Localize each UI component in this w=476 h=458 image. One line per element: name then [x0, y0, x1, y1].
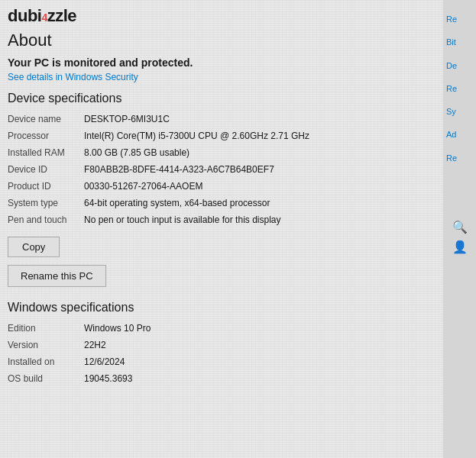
right-panel-item-3[interactable]: De: [443, 54, 476, 77]
spec-value-installed-on: 12/6/2024: [84, 356, 436, 367]
spec-row-ram: Installed RAM 8.00 GB (7.85 GB usable): [8, 147, 436, 160]
user-icon[interactable]: 👤: [452, 238, 468, 255]
spec-label-system-type: System type: [8, 197, 84, 208]
windows-specs-title: Windows specifications: [8, 301, 436, 314]
spec-label-device-name: Device name: [8, 113, 84, 124]
spec-label-processor: Processor: [8, 130, 84, 141]
spec-row-version: Version 22H2: [8, 339, 436, 353]
spec-label-pen-touch: Pen and touch: [8, 214, 84, 225]
logo-area: dubi4zzle: [8, 0, 436, 29]
windows-specs-section: Windows specifications Edition Windows 1…: [8, 301, 436, 386]
right-panel-item-5[interactable]: Sy: [443, 100, 476, 123]
spec-label-os-build: OS build: [8, 373, 84, 384]
spec-label-edition: Edition: [8, 322, 84, 334]
spec-label-ram: Installed RAM: [8, 147, 84, 158]
right-panel: Re Bit De Re Sy Ad Re 🔍 👤: [443, 0, 476, 458]
copy-button[interactable]: Copy: [8, 237, 60, 257]
search-icon[interactable]: 🔍: [452, 218, 468, 235]
spec-value-device-id: F80ABB2B-8DFE-4414-A323-A6C7B64B0EF7: [84, 163, 436, 175]
spec-value-os-build: 19045.3693: [84, 373, 436, 384]
spec-value-system-type: 64-bit operating system, x64-based proce…: [84, 197, 436, 208]
spec-row-installed-on: Installed on 12/6/2024: [8, 356, 436, 369]
spec-value-version: 22H2: [84, 339, 436, 350]
spec-row-device-id: Device ID F80ABB2B-8DFE-4414-A323-A6C7B6…: [8, 163, 436, 177]
spec-row-system-type: System type 64-bit operating system, x64…: [8, 197, 436, 211]
logo-text: dubi4zzle: [8, 6, 76, 26]
right-panel-item-7[interactable]: Re: [443, 147, 476, 169]
spec-label-installed-on: Installed on: [8, 356, 84, 367]
windows-specs-table: Edition Windows 10 Pro Version 22H2 Inst…: [8, 322, 436, 386]
right-panel-item-4[interactable]: Re: [443, 77, 476, 100]
right-panel-item-1[interactable]: Re: [443, 8, 476, 31]
spec-row-device-name: Device name DESKTOP-6MI3U1C: [8, 113, 436, 127]
spec-label-product-id: Product ID: [8, 180, 84, 192]
spec-value-product-id: 00330-51267-27064-AAOEM: [84, 180, 436, 192]
device-specs-table: Device name DESKTOP-6MI3U1C Processor In…: [8, 113, 436, 227]
rename-pc-button[interactable]: Rename this PC: [8, 265, 106, 287]
page-title: About: [8, 31, 436, 50]
spec-row-pen-touch: Pen and touch No pen or touch input is a…: [8, 214, 436, 227]
spec-row-product-id: Product ID 00330-51267-27064-AAOEM: [8, 180, 436, 194]
device-specs-title: Device specifications: [8, 92, 436, 105]
spec-label-device-id: Device ID: [8, 163, 84, 175]
spec-row-edition: Edition Windows 10 Pro: [8, 322, 436, 336]
spec-row-processor: Processor Intel(R) Core(TM) i5-7300U CPU…: [8, 130, 436, 144]
spec-row-os-build: OS build 19045.3693: [8, 373, 436, 386]
logo-dot: 4: [41, 11, 47, 24]
spec-label-version: Version: [8, 339, 84, 350]
spec-value-pen-touch: No pen or touch input is available for t…: [84, 214, 436, 225]
main-content: dubi4zzle About Your PC is monitored and…: [0, 0, 443, 458]
spec-value-ram: 8.00 GB (7.85 GB usable): [84, 147, 436, 158]
security-status: Your PC is monitored and protected.: [8, 56, 436, 69]
right-panel-item-2[interactable]: Bit: [443, 31, 476, 53]
spec-value-device-name: DESKTOP-6MI3U1C: [84, 113, 436, 124]
spec-value-processor: Intel(R) Core(TM) i5-7300U CPU @ 2.60GHz…: [84, 130, 436, 141]
windows-security-link[interactable]: See details in Windows Security: [8, 72, 436, 82]
right-panel-item-6[interactable]: Ad: [443, 123, 476, 146]
spec-value-edition: Windows 10 Pro: [84, 322, 436, 334]
